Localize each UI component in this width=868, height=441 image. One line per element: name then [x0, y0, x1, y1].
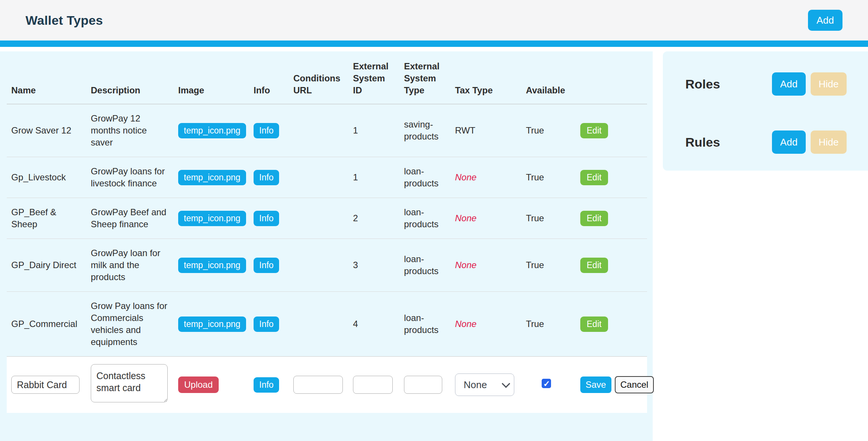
- cell-external-system-type: loan-products: [399, 157, 451, 198]
- cell-external-system-type: loan-products: [399, 239, 451, 292]
- cell-conditions-url: [289, 239, 348, 292]
- table-header-row: Name Description Image Info Conditions U…: [7, 51, 647, 104]
- upload-button[interactable]: Upload: [178, 376, 219, 393]
- column-header-image: Image: [174, 51, 249, 104]
- cell-external-system-id: 1: [348, 157, 399, 198]
- cell-name: GP_Beef & Sheep: [7, 198, 86, 239]
- save-button[interactable]: Save: [580, 376, 611, 393]
- rules-title: Rules: [685, 135, 720, 150]
- cell-tax-type: None: [451, 292, 521, 357]
- edit-button[interactable]: Edit: [580, 258, 608, 273]
- column-header-external-system-id: External System ID: [348, 51, 399, 104]
- roles-rules-panel: Roles Add Hide Rules Add Hide: [663, 51, 868, 171]
- cell-tax-type: None: [451, 198, 521, 239]
- top-bar: Wallet Types Add: [0, 0, 868, 40]
- roles-add-button[interactable]: Add: [772, 72, 806, 96]
- cell-conditions-url: [289, 104, 348, 157]
- cell-tax-type: None: [451, 157, 521, 198]
- image-file-button[interactable]: temp_icon.png: [178, 123, 246, 138]
- description-textarea[interactable]: Contactless smart card: [91, 364, 168, 402]
- column-header-description: Description: [86, 51, 174, 104]
- image-file-button[interactable]: temp_icon.png: [178, 211, 246, 226]
- info-button[interactable]: Info: [254, 123, 279, 138]
- available-checkbox[interactable]: [542, 379, 551, 388]
- accent-bar: [0, 40, 868, 47]
- image-file-button[interactable]: temp_icon.png: [178, 316, 246, 332]
- column-header-conditions-url: Conditions URL: [289, 51, 348, 104]
- cell-external-system-id: 4: [348, 292, 399, 357]
- cell-description: GrowPay Beef and Sheep finance: [86, 198, 174, 239]
- info-button[interactable]: Info: [254, 316, 279, 332]
- table-row: GP_Beef & Sheep GrowPay Beef and Sheep f…: [7, 198, 647, 239]
- column-header-info: Info: [249, 51, 289, 104]
- info-button[interactable]: Info: [254, 258, 279, 273]
- info-button[interactable]: Info: [254, 211, 279, 226]
- wallet-types-table: Name Description Image Info Conditions U…: [7, 51, 647, 413]
- cell-description: Grow Pay loans for Commercials vehicles …: [86, 292, 174, 357]
- column-header-available: Available: [521, 51, 576, 104]
- cell-available: True: [521, 239, 576, 292]
- edit-button[interactable]: Edit: [580, 211, 608, 226]
- cell-conditions-url: [289, 292, 348, 357]
- table-row: GP_Dairy Direct GrowPay loan for milk an…: [7, 239, 647, 292]
- image-file-button[interactable]: temp_icon.png: [178, 170, 246, 185]
- divider: [0, 47, 868, 51]
- add-wallet-type-button[interactable]: Add: [808, 10, 842, 31]
- cell-external-system-type: loan-products: [399, 198, 451, 239]
- rules-section: Rules Add Hide: [685, 130, 847, 154]
- external-system-type-input[interactable]: [404, 376, 442, 394]
- chevron-down-icon: [502, 380, 511, 388]
- cell-tax-type: None: [451, 239, 521, 292]
- cell-external-system-type: loan-products: [399, 292, 451, 357]
- table-row: Grow Saver 12 GrowPay 12 months notice s…: [7, 104, 647, 157]
- page-title: Wallet Types: [26, 13, 103, 28]
- cell-external-system-type: saving-products: [399, 104, 451, 157]
- name-input[interactable]: [11, 376, 80, 394]
- cell-conditions-url: [289, 198, 348, 239]
- cell-external-system-id: 1: [348, 104, 399, 157]
- edit-button[interactable]: Edit: [580, 123, 608, 138]
- wallet-types-panel: Name Description Image Info Conditions U…: [0, 51, 653, 441]
- info-button[interactable]: Info: [254, 170, 279, 185]
- cell-description: GrowPay loan for milk and the products: [86, 239, 174, 292]
- cell-name: GP_Dairy Direct: [7, 239, 86, 292]
- rules-add-button[interactable]: Add: [772, 130, 806, 154]
- edit-row: Contactless smart card Upload Info None: [7, 357, 647, 413]
- table-row: GP_Commercial Grow Pay loans for Commerc…: [7, 292, 647, 357]
- cell-external-system-id: 2: [348, 198, 399, 239]
- table-row: Gp_Livestock GrowPay loans for livestock…: [7, 157, 647, 198]
- tax-type-select[interactable]: None: [455, 374, 514, 396]
- cell-name: GP_Commercial: [7, 292, 86, 357]
- cell-name: Grow Saver 12: [7, 104, 86, 157]
- cell-available: True: [521, 104, 576, 157]
- column-header-actions: [576, 51, 647, 104]
- cell-description: GrowPay 12 months notice saver: [86, 104, 174, 157]
- external-system-id-input[interactable]: [353, 376, 393, 394]
- cell-available: True: [521, 292, 576, 357]
- roles-section: Roles Add Hide: [685, 72, 847, 96]
- cancel-button[interactable]: Cancel: [615, 376, 654, 393]
- column-header-tax-type: Tax Type: [451, 51, 521, 104]
- cell-external-system-id: 3: [348, 239, 399, 292]
- conditions-url-input[interactable]: [293, 376, 343, 394]
- cell-available: True: [521, 157, 576, 198]
- column-header-external-system-type: External System Type: [399, 51, 451, 104]
- cell-description: GrowPay loans for livestock finance: [86, 157, 174, 198]
- column-header-name: Name: [7, 51, 86, 104]
- tax-type-selected-value: None: [464, 379, 502, 391]
- rules-hide-button[interactable]: Hide: [811, 130, 847, 154]
- roles-title: Roles: [685, 77, 720, 92]
- image-file-button[interactable]: temp_icon.png: [178, 258, 246, 273]
- cell-name: Gp_Livestock: [7, 157, 86, 198]
- roles-hide-button[interactable]: Hide: [811, 72, 847, 96]
- edit-button[interactable]: Edit: [580, 316, 608, 332]
- cell-conditions-url: [289, 157, 348, 198]
- cell-available: True: [521, 198, 576, 239]
- edit-button[interactable]: Edit: [580, 170, 608, 185]
- info-button[interactable]: Info: [254, 377, 279, 393]
- cell-tax-type: RWT: [451, 104, 521, 157]
